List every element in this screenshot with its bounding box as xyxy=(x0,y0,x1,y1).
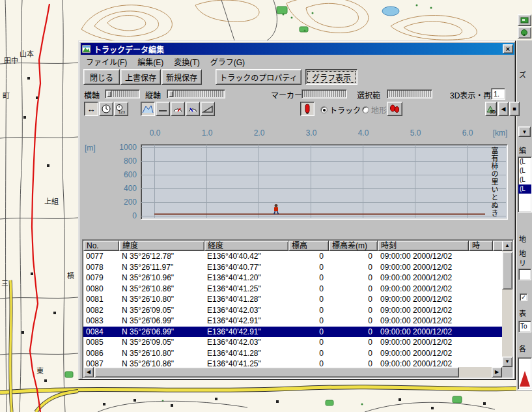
y-axis-speed-button[interactable] xyxy=(171,102,185,116)
h-axis-slider[interactable] xyxy=(105,89,140,98)
scroll-down-button[interactable]: ▼ xyxy=(502,357,512,367)
slider-toolbar: 横軸 縦軸 マーカー 選択範 3D表示・再 1. xyxy=(81,88,514,100)
y-axis-elevation-button[interactable] xyxy=(141,102,155,116)
marker-button[interactable] xyxy=(300,102,315,116)
track-edit-window: トラックデータ編集 × ファイル(F) 編集(E) 変換(T) グラフ(G) 閉… xyxy=(78,40,516,380)
column-header-partial[interactable]: 時 xyxy=(469,241,493,251)
table-cell: 0081 xyxy=(83,294,119,305)
column-header-latitude[interactable]: 緯度 xyxy=(119,241,204,251)
table-row[interactable]: 0080N 35°26'10.86"E136°40'41.25"0009:00:… xyxy=(83,284,503,295)
scroll-right-button[interactable]: ▶ xyxy=(492,367,502,377)
side-scroll-button[interactable]: ▼ xyxy=(518,126,531,137)
map-label: 田中 xyxy=(4,55,18,65)
column-header-no[interactable]: No. xyxy=(83,241,119,251)
table-row[interactable]: 0085N 35°26'09.05"E136°40'42.03"0009:00:… xyxy=(83,337,503,348)
column-header-time[interactable]: 時刻 xyxy=(378,241,469,251)
vertical-scrollbar[interactable]: ▲ ▼ xyxy=(502,241,512,367)
slider-thumb[interactable] xyxy=(169,91,173,97)
terrain-radio[interactable]: 地形 xyxy=(362,104,387,115)
marker-slider[interactable] xyxy=(301,89,347,98)
table-row[interactable]: 0084N 35°26'06.99"E136°40'42.91"0009:00:… xyxy=(83,327,503,338)
side-list-item[interactable]: (L xyxy=(518,175,531,184)
view-3d-button[interactable]: 3D xyxy=(485,102,497,116)
table-row[interactable]: 0086N 35°26'10.80"E136°40'41.28"0009:00:… xyxy=(83,348,503,359)
table-cell: 09:00:00 2000/12/02 xyxy=(378,284,469,295)
right-side-panel: ズ ▼ 編 (L(L(L(L 地 地 リリ ✓ 表 To 各 xyxy=(516,40,532,391)
close-icon[interactable]: × xyxy=(503,44,513,53)
stop-button[interactable]: ■ xyxy=(509,102,520,116)
table-cell: E136°40'42.91" xyxy=(204,316,288,327)
map-tool-button-1[interactable] xyxy=(518,14,531,26)
new-save-button[interactable]: 新規保存 xyxy=(161,69,202,85)
menu-file[interactable]: ファイル(F) xyxy=(81,55,132,68)
elevation-graph: [m] [km] xyxy=(81,126,514,238)
table-cell: 0 xyxy=(288,262,329,273)
table-cell: 0 xyxy=(288,327,329,338)
table-cell: 0080 xyxy=(83,284,119,295)
column-header-elevation-diff[interactable]: 標高差(m) xyxy=(329,241,378,251)
side-input-box[interactable] xyxy=(518,269,531,280)
table-cell: E136°40'42.03" xyxy=(204,337,288,348)
overwrite-save-button[interactable]: 上書保存 xyxy=(120,69,161,85)
footprint-button[interactable] xyxy=(387,102,402,116)
graph-view-button[interactable]: グラフ表示 xyxy=(305,69,357,85)
table-row[interactable]: 0081N 35°26'10.80"E136°40'41.28"0009:00:… xyxy=(83,294,503,305)
v-axis-slider[interactable] xyxy=(167,89,225,98)
radio-selected-icon xyxy=(320,106,328,113)
y-axis-gradient-button[interactable] xyxy=(201,102,215,116)
horizontal-scroll-thumb[interactable] xyxy=(94,367,459,377)
y-axis-pace-button[interactable] xyxy=(186,102,200,116)
close-button[interactable]: 閉じる xyxy=(83,69,120,85)
titlebar[interactable]: トラックデータ編集 × xyxy=(81,43,514,55)
marker-pin-icon xyxy=(304,104,311,115)
table-cell: E136°40'41.28" xyxy=(204,348,288,359)
track-properties-button[interactable]: トラックのプロパティ xyxy=(216,69,301,85)
map-label: 横 xyxy=(67,270,74,280)
play-back-button[interactable]: ◀ xyxy=(498,102,509,116)
x-axis-time-number-button[interactable]: 123 xyxy=(114,102,128,116)
map-tool-button-2[interactable] xyxy=(518,27,531,38)
side-list-item[interactable]: (L xyxy=(518,157,531,166)
table-cell: 0086 xyxy=(83,348,119,359)
x-axis-distance-button[interactable]: ↔ xyxy=(84,102,98,116)
side-layer-list[interactable]: (L(L(L(L xyxy=(518,156,532,213)
table-cell: 09:00:00 2000/12/02 xyxy=(378,337,469,348)
column-header-longitude[interactable]: 経度 xyxy=(204,241,288,251)
side-each-label: 各 xyxy=(519,343,526,353)
table-cell: 09:00:00 2000/12/02 xyxy=(378,251,469,262)
table-cell: 0 xyxy=(288,305,329,316)
table-row[interactable]: 0083N 35°26'06.99"E136°40'42.91"0009:00:… xyxy=(83,316,503,327)
map-label: 山本 xyxy=(20,48,34,59)
menu-graph[interactable]: グラフ(G) xyxy=(205,55,250,68)
table-header: No. 緯度 経度 標高 標高差(m) 時刻 時 xyxy=(83,241,512,251)
side-list-item[interactable]: (L xyxy=(518,184,531,194)
speedometer-icon xyxy=(172,104,184,114)
scroll-left-button[interactable]: ◀ xyxy=(83,367,94,377)
map-label: 町 xyxy=(3,90,10,100)
menu-edit[interactable]: 編集(E) xyxy=(132,55,169,68)
graph-plot-area[interactable]: 富有柿の里いとぬき xyxy=(141,144,508,220)
vertical-scroll-thumb[interactable] xyxy=(502,252,512,289)
slider-thumb[interactable] xyxy=(107,91,111,97)
side-checkbox[interactable]: ✓ xyxy=(520,293,527,301)
horizontal-scrollbar[interactable]: ◀ ▶ xyxy=(83,367,502,377)
scroll-right-icon: ▶ xyxy=(495,368,499,377)
speed-spinner[interactable]: 1. xyxy=(491,88,505,100)
scroll-up-button[interactable]: ▲ xyxy=(502,241,512,251)
table-cell: 0 xyxy=(329,305,378,316)
track-radio[interactable]: トラック xyxy=(320,104,361,115)
y-axis-flat-button[interactable] xyxy=(156,102,170,116)
table-cell: E136°40'41.20" xyxy=(204,272,288,284)
table-row[interactable]: 0078N 35°26'11.97"E136°40'40.77"0009:00:… xyxy=(83,262,503,273)
side-to-box[interactable]: To xyxy=(518,321,531,332)
selection-range-slider[interactable] xyxy=(387,89,432,98)
table-row[interactable]: 0079N 35°26'10.96"E136°40'41.20"0009:00:… xyxy=(83,272,503,284)
column-header-elevation[interactable]: 標高 xyxy=(288,241,329,251)
x-axis-time-button[interactable] xyxy=(99,102,113,116)
table-row[interactable]: 0077N 35°26'12.78"E136°40'40.42"0009:00:… xyxy=(83,251,503,262)
side-list-item[interactable]: (L xyxy=(518,166,531,175)
menu-convert[interactable]: 変換(T) xyxy=(169,55,204,68)
table-cell xyxy=(469,348,503,359)
table-cell: 0 xyxy=(329,272,378,284)
table-row[interactable]: 0082N 35°26'09.05"E136°40'42.03"0009:00:… xyxy=(83,305,503,316)
